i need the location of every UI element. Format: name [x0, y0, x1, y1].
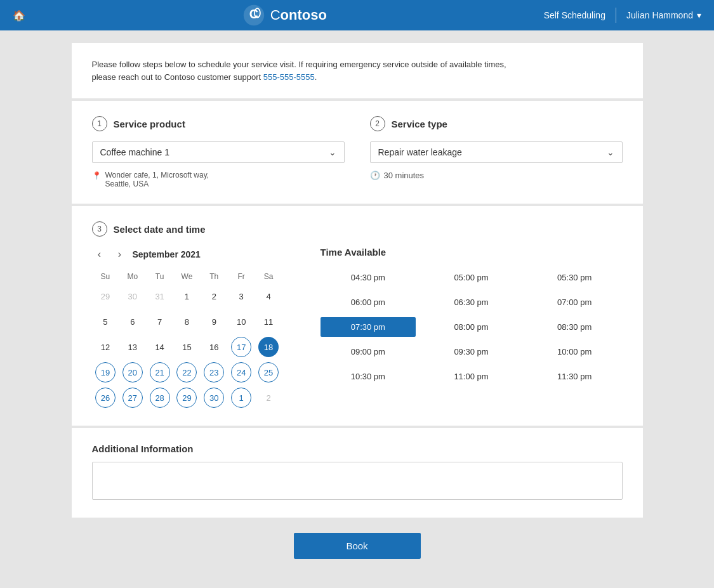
- calendar-day[interactable]: 22: [176, 362, 197, 382]
- calendar-week-row: 12131415161718: [92, 334, 282, 360]
- svg-text:C: C: [249, 7, 258, 21]
- calendar-day[interactable]: 12: [95, 337, 116, 357]
- time-slot[interactable]: 05:00 pm: [423, 268, 519, 287]
- time-slot[interactable]: 11:00 pm: [423, 367, 519, 386]
- logo: C Contoso: [242, 4, 327, 27]
- calendar-day[interactable]: 16: [204, 337, 224, 357]
- time-slot[interactable]: 10:30 pm: [321, 367, 416, 386]
- calendar-day[interactable]: 29: [176, 388, 197, 408]
- calendar-day[interactable]: 3: [231, 286, 251, 306]
- time-slot[interactable]: 10:00 pm: [527, 342, 623, 362]
- calendar-prev-button[interactable]: ‹: [92, 247, 107, 262]
- step-2-header: 2 Service type: [370, 116, 623, 131]
- calendar-week-row: 567891011: [92, 309, 282, 334]
- calendar-day[interactable]: 30: [204, 388, 224, 408]
- step-3-number: 3: [92, 221, 107, 237]
- calendar-day[interactable]: 8: [176, 311, 197, 332]
- calendar-day[interactable]: 21: [150, 362, 170, 382]
- calendar-day[interactable]: 11: [258, 311, 279, 332]
- main-container: Please follow steps below to schedule yo…: [72, 30, 643, 587]
- time-slot[interactable]: 08:00 pm: [423, 317, 519, 337]
- calendar-day[interactable]: 1: [176, 286, 197, 306]
- calendar-day[interactable]: 1: [231, 388, 251, 408]
- calendar-day[interactable]: 25: [258, 362, 279, 382]
- service-product-dropdown[interactable]: Coffee machine 1 ⌄: [92, 141, 345, 163]
- calendar-day[interactable]: 27: [122, 388, 143, 408]
- user-name: Julian Hammond: [626, 10, 693, 20]
- calendar-week-row: 19202122232425: [92, 360, 282, 385]
- calendar-day-header: Su: [92, 270, 119, 284]
- service-type-dropdown[interactable]: Repair water leakage ⌄: [370, 141, 623, 163]
- calendar-day[interactable]: 9: [204, 311, 224, 332]
- calendar-day[interactable]: 20: [122, 362, 143, 382]
- calendar-week-row: 2930311234: [92, 284, 282, 309]
- time-slot[interactable]: 06:00 pm: [321, 292, 416, 312]
- time-slot[interactable]: 09:00 pm: [321, 342, 416, 362]
- user-menu[interactable]: Julian Hammond ▾: [626, 10, 701, 20]
- calendar-day: 30: [122, 286, 143, 306]
- step-3-title: Select date and time: [114, 224, 206, 235]
- header-divider: [616, 8, 616, 23]
- time-slot[interactable]: 08:30 pm: [527, 317, 623, 337]
- calendar-day[interactable]: 15: [176, 337, 197, 357]
- calendar-day-header: Sa: [255, 270, 282, 284]
- logo-icon: C: [242, 4, 265, 27]
- location-icon: 📍: [92, 171, 102, 180]
- calendar-day[interactable]: 5: [95, 311, 116, 332]
- step-1-title: Service product: [114, 119, 185, 129]
- calendar-section: ‹ › September 2021 SuMoTuWeThFrSa 293031…: [92, 247, 282, 410]
- steps-1-2-row: 1 Service product Coffee machine 1 ⌄ 📍 W…: [92, 116, 623, 188]
- calendar-day[interactable]: 24: [231, 362, 251, 382]
- step-1-number: 1: [92, 116, 107, 131]
- calendar-day[interactable]: 13: [122, 337, 143, 357]
- step-1-section: 1 Service product Coffee machine 1 ⌄ 📍 W…: [92, 116, 345, 188]
- location-text: Wonder cafe, 1, Microsoft way,Seattle, U…: [105, 171, 209, 188]
- calendar-month-label: September 2021: [133, 249, 201, 259]
- calendar-day[interactable]: 14: [150, 337, 170, 357]
- time-grid: 04:30 pm05:00 pm05:30 pm06:00 pm06:30 pm…: [321, 268, 623, 386]
- step-3-card: 3 Select date and time ‹ › September 202…: [72, 206, 643, 426]
- service-type-value: Repair water leakage: [378, 147, 462, 157]
- time-slot[interactable]: 11:30 pm: [527, 367, 623, 386]
- calendar-time-row: ‹ › September 2021 SuMoTuWeThFrSa 293031…: [92, 247, 623, 410]
- intro-text: Please follow steps below to schedule yo…: [92, 58, 623, 83]
- calendar-nav: ‹ › September 2021: [92, 247, 282, 262]
- header-right: Self Scheduling Julian Hammond ▾: [544, 8, 701, 23]
- time-slot[interactable]: 06:30 pm: [423, 292, 519, 312]
- time-slot[interactable]: 09:30 pm: [423, 342, 519, 362]
- time-slot[interactable]: 07:00 pm: [527, 292, 623, 312]
- calendar-day[interactable]: 26: [95, 388, 116, 408]
- step-2-number: 2: [370, 116, 385, 131]
- support-phone-link[interactable]: 555-555-5555: [263, 72, 315, 82]
- time-slot[interactable]: 04:30 pm: [321, 268, 416, 287]
- calendar-day-header: Tu: [146, 270, 173, 284]
- calendar-day[interactable]: 28: [150, 388, 170, 408]
- intro-card: Please follow steps below to schedule yo…: [72, 43, 643, 98]
- calendar-day: 31: [150, 286, 170, 306]
- calendar-day[interactable]: 23: [204, 362, 224, 382]
- location-info: 📍 Wonder cafe, 1, Microsoft way,Seattle,…: [92, 171, 345, 188]
- calendar-day[interactable]: 7: [150, 311, 170, 332]
- calendar-day[interactable]: 4: [258, 286, 279, 306]
- calendar-day[interactable]: 17: [231, 337, 251, 357]
- step-3-header: 3 Select date and time: [92, 221, 623, 237]
- calendar-day[interactable]: 6: [122, 311, 143, 332]
- time-section: Time Available 04:30 pm05:00 pm05:30 pm0…: [321, 247, 623, 410]
- calendar-day[interactable]: 10: [231, 311, 251, 332]
- additional-info-input[interactable]: [92, 462, 623, 500]
- time-slot[interactable]: 05:30 pm: [527, 268, 623, 287]
- calendar-next-button[interactable]: ›: [112, 247, 128, 262]
- time-slot[interactable]: 07:30 pm: [321, 317, 416, 337]
- step-1-header: 1 Service product: [92, 116, 345, 131]
- user-chevron-icon: ▾: [697, 10, 701, 20]
- home-button[interactable]: 🏠: [13, 10, 25, 22]
- calendar-day[interactable]: 18: [258, 337, 279, 357]
- calendar-day[interactable]: 2: [204, 286, 224, 306]
- header: 🏠 C Contoso Self Scheduling Julian Hammo…: [0, 0, 714, 30]
- step-2-section: 2 Service type Repair water leakage ⌄ 🕐 …: [370, 116, 623, 188]
- book-button-container: Book: [72, 533, 643, 574]
- calendar-day[interactable]: 19: [95, 362, 116, 382]
- calendar-day-header: Mo: [119, 270, 146, 284]
- additional-info-label: Additional Information: [92, 443, 623, 454]
- book-button[interactable]: Book: [294, 533, 421, 559]
